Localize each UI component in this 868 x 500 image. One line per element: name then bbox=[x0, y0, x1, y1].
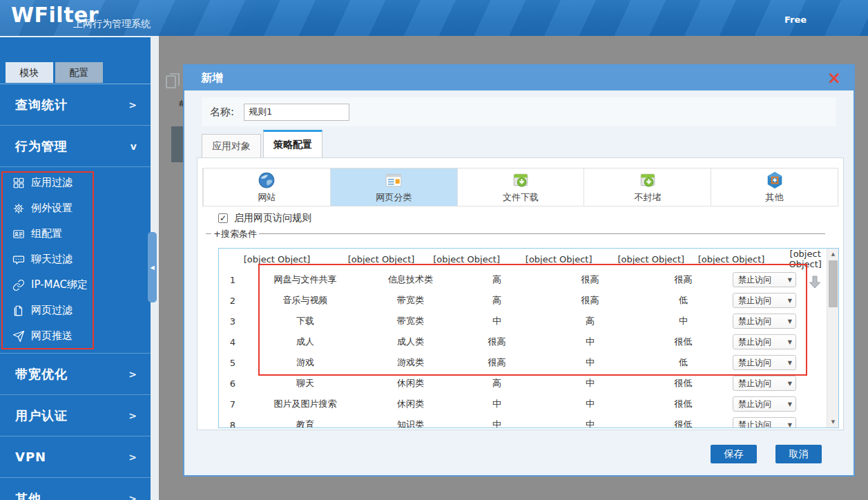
sidebar-subitem[interactable]: 组配置 bbox=[0, 221, 151, 247]
column-header[interactable]: [object Object] bbox=[427, 254, 506, 265]
table-scrollbar[interactable]: ▲ ▼ bbox=[827, 249, 838, 427]
column-header[interactable]: [object Object] bbox=[506, 254, 612, 265]
category-tab[interactable]: 其他 bbox=[711, 169, 838, 206]
access-rule-select[interactable]: 禁止访问 ▼ bbox=[733, 334, 796, 349]
sidebar-subitem[interactable]: 网页推送 bbox=[0, 323, 151, 349]
cancel-button[interactable]: 取消 bbox=[775, 445, 822, 463]
cell-parent-category: 带宽类 bbox=[364, 294, 457, 307]
column-header[interactable]: [object Object] bbox=[691, 254, 773, 265]
access-rule-select[interactable]: 禁止访问 ▼ bbox=[733, 355, 796, 370]
column-header[interactable]: [object Object] bbox=[335, 254, 427, 265]
access-rule-select[interactable]: 禁止访问 ▼ bbox=[733, 376, 796, 391]
sidebar-section[interactable]: 行为管理 v bbox=[0, 126, 151, 167]
category-icon bbox=[258, 171, 276, 189]
access-rule-select[interactable]: 禁止访问 ▼ bbox=[733, 314, 796, 329]
table-row: 8 教育 知识类 中 中 很低 禁止访问 ▼ bbox=[219, 414, 838, 428]
menu-icon bbox=[12, 330, 25, 343]
cell-access-rule: 禁止访问 ▼ bbox=[723, 293, 806, 308]
table-row: 3 下载 带宽类 中 高 中 禁止访问 ▼ bbox=[219, 311, 838, 331]
sidebar-section[interactable]: 用户认证 > bbox=[0, 395, 151, 436]
category-tab[interactable]: 网页分类 bbox=[330, 169, 457, 206]
access-rule-select[interactable]: 禁止访问 ▼ bbox=[733, 396, 796, 412]
dialog-tab[interactable]: 策略配置 bbox=[263, 130, 322, 157]
save-button[interactable]: 保存 bbox=[711, 445, 757, 463]
cell-work-impact: 高 bbox=[457, 294, 537, 307]
menu-icon bbox=[12, 279, 25, 291]
enable-rule-row: ✓ 启用网页访问规则 bbox=[218, 212, 311, 224]
cell-num: 8 bbox=[219, 420, 247, 429]
cell-risk: 中 bbox=[644, 315, 723, 327]
category-tab[interactable]: 网站 bbox=[203, 169, 330, 206]
close-icon[interactable]: × bbox=[827, 71, 841, 85]
sidebar-section-label: 带宽优化 bbox=[15, 366, 68, 383]
cell-category-name: 下载 bbox=[247, 315, 364, 327]
sidebar-tab[interactable]: 模块 bbox=[6, 62, 53, 83]
cell-bandwidth: 中 bbox=[537, 419, 644, 428]
cell-num: 1 bbox=[219, 275, 247, 285]
sidebar-section-label: 行为管理 bbox=[15, 138, 68, 155]
scroll-down-icon[interactable]: ▼ bbox=[827, 416, 839, 427]
rule-name-input[interactable] bbox=[244, 104, 349, 121]
menu-icon bbox=[12, 305, 25, 317]
dialog-tabs: 应用对象策略配置 bbox=[202, 130, 325, 157]
sidebar-subitem-label: 应用过滤 bbox=[31, 176, 73, 189]
sidebar-subitem[interactable]: 网页过滤 bbox=[0, 298, 151, 323]
sidebar-submenu: 应用过滤 例外设置 组配置 聊天过滤 IP-MAC绑定 网页过滤 网页推送 bbox=[0, 167, 151, 354]
access-rule-value: 禁止访问 bbox=[738, 378, 771, 390]
sidebar-bottom-sections: 带宽优化 > 用户认证 > VPN > 其他 > bbox=[0, 354, 151, 500]
sidebar-section[interactable]: 带宽优化 > bbox=[0, 354, 151, 395]
cell-risk: 很低 bbox=[644, 419, 723, 428]
move-down-icon[interactable] bbox=[808, 275, 822, 290]
table-row: 5 游戏 游戏类 很高 中 低 禁止访问 ▼ bbox=[219, 352, 838, 373]
cell-work-impact: 中 bbox=[457, 398, 537, 410]
scrollbar-thumb[interactable] bbox=[829, 260, 838, 307]
chevron-down-icon: ▼ bbox=[788, 381, 792, 387]
cell-work-impact: 中 bbox=[457, 419, 537, 428]
sidebar-collapse-handle[interactable]: ◀ bbox=[148, 232, 157, 302]
dialog-tab[interactable]: 应用对象 bbox=[202, 134, 261, 157]
sidebar-section[interactable]: VPN > bbox=[0, 436, 151, 478]
access-rule-value: 禁止访问 bbox=[738, 357, 771, 369]
cell-category-name: 聊天 bbox=[247, 377, 364, 390]
enable-rule-label: 启用网页访问规则 bbox=[234, 212, 311, 224]
dialog-header: 新增 × bbox=[184, 66, 853, 90]
category-icon bbox=[385, 171, 403, 189]
category-tab[interactable]: 文件下载 bbox=[457, 169, 584, 206]
sidebar-tab[interactable]: 配置 bbox=[55, 62, 103, 83]
sidebar-section[interactable]: 其他 > bbox=[0, 478, 151, 500]
pages-icon bbox=[164, 72, 181, 90]
sidebar-section-label: 用户认证 bbox=[15, 407, 68, 424]
sidebar-top-sections: 查询统计 > 行为管理 v bbox=[0, 84, 151, 167]
sidebar-subitem[interactable]: 聊天过滤 bbox=[0, 247, 151, 272]
table-row: 4 成人 成人类 很高 中 很低 禁止访问 ▼ bbox=[219, 331, 838, 352]
sidebar-section[interactable]: 查询统计 > bbox=[0, 84, 151, 126]
scroll-up-icon[interactable]: ▲ bbox=[827, 249, 839, 260]
rule-name-label: 名称: bbox=[210, 106, 234, 119]
search-conditions-divider: +搜索条件 bbox=[206, 233, 825, 234]
sidebar-subitem[interactable]: 应用过滤 bbox=[0, 170, 151, 195]
search-conditions-toggle[interactable]: +搜索条件 bbox=[211, 228, 259, 240]
enable-rule-checkbox[interactable]: ✓ bbox=[218, 213, 228, 223]
cell-access-rule: 禁止访问 ▼ bbox=[723, 355, 806, 370]
sidebar-subitem[interactable]: IP-MAC绑定 bbox=[0, 272, 151, 298]
sidebar-subitem[interactable]: 例外设置 bbox=[0, 195, 151, 221]
new-rule-dialog: 新增 × 名称: 应用对象策略配置 网站 网页分类 文件下载 不封 bbox=[183, 64, 855, 477]
category-tab-label: 网页分类 bbox=[376, 191, 412, 204]
cell-risk: 很低 bbox=[644, 398, 723, 410]
column-header[interactable]: [object Object] bbox=[612, 254, 691, 265]
cell-work-impact: 很高 bbox=[457, 356, 537, 369]
category-tab[interactable]: 不封堵 bbox=[584, 169, 711, 206]
dialog-title: 新增 bbox=[201, 71, 223, 86]
cell-access-rule: 禁止访问 ▼ bbox=[723, 334, 806, 349]
collapse-arrow-icon: ◀ bbox=[150, 265, 154, 271]
column-header[interactable]: [object Object] bbox=[219, 254, 335, 265]
access-rule-select[interactable]: 禁止访问 ▼ bbox=[733, 272, 796, 287]
cell-parent-category: 带宽类 bbox=[364, 315, 457, 327]
cell-risk: 低 bbox=[644, 356, 723, 369]
access-rule-select[interactable]: 禁止访问 ▼ bbox=[733, 417, 796, 428]
menu-icon bbox=[12, 228, 25, 240]
sidebar-subitem-label: IP-MAC绑定 bbox=[31, 278, 88, 291]
cell-risk: 很低 bbox=[644, 336, 723, 348]
access-rule-select[interactable]: 禁止访问 ▼ bbox=[733, 293, 796, 308]
sidebar-subitem-label: 网页过滤 bbox=[31, 304, 73, 317]
